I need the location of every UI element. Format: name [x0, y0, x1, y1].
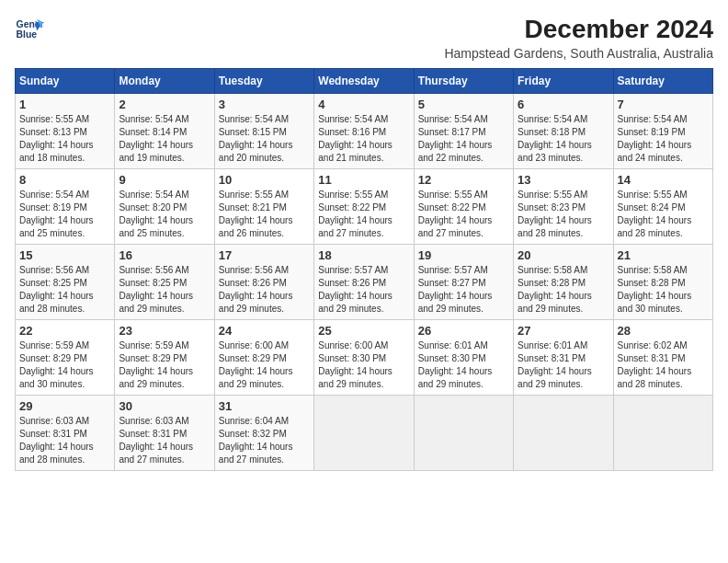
calendar-cell: 11Sunrise: 5:55 AM Sunset: 8:22 PM Dayli… [314, 169, 414, 245]
day-info: Sunrise: 5:54 AM Sunset: 8:14 PM Dayligh… [119, 113, 210, 165]
calendar-cell: 8Sunrise: 5:54 AM Sunset: 8:19 PM Daylig… [16, 169, 115, 245]
day-info: Sunrise: 6:04 AM Sunset: 8:32 PM Dayligh… [219, 415, 310, 466]
day-info: Sunrise: 5:54 AM Sunset: 8:16 PM Dayligh… [318, 113, 409, 165]
column-header-thursday: Thursday [414, 69, 513, 94]
day-info: Sunrise: 5:55 AM Sunset: 8:23 PM Dayligh… [518, 189, 609, 240]
day-number: 31 [219, 399, 310, 413]
calendar-cell: 21Sunrise: 5:58 AM Sunset: 8:28 PM Dayli… [613, 245, 712, 320]
day-number: 18 [318, 248, 409, 262]
day-number: 19 [418, 248, 509, 262]
day-number: 15 [19, 248, 110, 262]
day-info: Sunrise: 5:55 AM Sunset: 8:13 PM Dayligh… [19, 113, 110, 165]
day-info: Sunrise: 6:03 AM Sunset: 8:31 PM Dayligh… [119, 415, 210, 466]
day-info: Sunrise: 5:56 AM Sunset: 8:25 PM Dayligh… [19, 264, 110, 316]
calendar-cell: 25Sunrise: 6:00 AM Sunset: 8:30 PM Dayli… [314, 320, 414, 396]
calendar-cell: 13Sunrise: 5:55 AM Sunset: 8:23 PM Dayli… [514, 169, 613, 245]
day-info: Sunrise: 5:57 AM Sunset: 8:27 PM Dayligh… [418, 264, 509, 316]
calendar-cell: 26Sunrise: 6:01 AM Sunset: 8:30 PM Dayli… [414, 320, 513, 396]
title-block: December 2024 Hampstead Gardens, South A… [444, 15, 713, 61]
day-number: 16 [119, 248, 210, 262]
day-number: 10 [219, 173, 310, 187]
calendar-cell: 18Sunrise: 5:57 AM Sunset: 8:26 PM Dayli… [314, 245, 414, 320]
calendar-week-row: 29Sunrise: 6:03 AM Sunset: 8:31 PM Dayli… [16, 396, 713, 471]
calendar-cell: 19Sunrise: 5:57 AM Sunset: 8:27 PM Dayli… [414, 245, 513, 320]
day-info: Sunrise: 5:55 AM Sunset: 8:24 PM Dayligh… [618, 189, 709, 240]
calendar-table: SundayMondayTuesdayWednesdayThursdayFrid… [15, 68, 713, 471]
day-number: 17 [219, 248, 310, 262]
calendar-week-row: 15Sunrise: 5:56 AM Sunset: 8:25 PM Dayli… [16, 245, 713, 320]
column-header-monday: Monday [115, 69, 214, 94]
day-number: 8 [19, 173, 110, 187]
day-info: Sunrise: 5:54 AM Sunset: 8:17 PM Dayligh… [418, 113, 509, 165]
calendar-cell: 3Sunrise: 5:54 AM Sunset: 8:15 PM Daylig… [214, 94, 313, 169]
day-number: 1 [19, 98, 110, 111]
calendar-cell: 31Sunrise: 6:04 AM Sunset: 8:32 PM Dayli… [214, 396, 313, 471]
day-number: 30 [119, 399, 210, 413]
day-info: Sunrise: 5:55 AM Sunset: 8:22 PM Dayligh… [318, 189, 409, 240]
calendar-cell: 16Sunrise: 5:56 AM Sunset: 8:25 PM Dayli… [115, 245, 214, 320]
logo-icon: General Blue [15, 15, 44, 44]
main-title: December 2024 [444, 15, 713, 44]
day-info: Sunrise: 5:55 AM Sunset: 8:21 PM Dayligh… [219, 189, 310, 240]
day-info: Sunrise: 6:03 AM Sunset: 8:31 PM Dayligh… [19, 415, 110, 466]
day-info: Sunrise: 6:00 AM Sunset: 8:29 PM Dayligh… [219, 339, 310, 391]
day-number: 26 [418, 324, 509, 338]
calendar-cell: 23Sunrise: 5:59 AM Sunset: 8:29 PM Dayli… [115, 320, 214, 396]
day-info: Sunrise: 6:01 AM Sunset: 8:30 PM Dayligh… [418, 339, 509, 391]
day-number: 29 [19, 399, 110, 413]
day-info: Sunrise: 5:55 AM Sunset: 8:22 PM Dayligh… [418, 189, 509, 240]
column-header-tuesday: Tuesday [214, 69, 313, 94]
calendar-cell: 15Sunrise: 5:56 AM Sunset: 8:25 PM Dayli… [16, 245, 115, 320]
calendar-cell [414, 396, 513, 471]
day-number: 4 [318, 98, 409, 111]
day-number: 2 [119, 98, 210, 111]
calendar-cell: 24Sunrise: 6:00 AM Sunset: 8:29 PM Dayli… [214, 320, 313, 396]
day-info: Sunrise: 6:02 AM Sunset: 8:31 PM Dayligh… [618, 339, 709, 391]
calendar-cell: 22Sunrise: 5:59 AM Sunset: 8:29 PM Dayli… [16, 320, 115, 396]
calendar-cell: 2Sunrise: 5:54 AM Sunset: 8:14 PM Daylig… [115, 94, 214, 169]
day-info: Sunrise: 5:54 AM Sunset: 8:15 PM Dayligh… [219, 113, 310, 165]
calendar-cell: 20Sunrise: 5:58 AM Sunset: 8:28 PM Dayli… [514, 245, 613, 320]
day-number: 14 [618, 173, 709, 187]
day-number: 11 [318, 173, 409, 187]
day-info: Sunrise: 6:01 AM Sunset: 8:31 PM Dayligh… [518, 339, 609, 391]
day-number: 20 [518, 248, 609, 262]
day-info: Sunrise: 5:58 AM Sunset: 8:28 PM Dayligh… [518, 264, 609, 316]
calendar-cell: 6Sunrise: 5:54 AM Sunset: 8:18 PM Daylig… [514, 94, 613, 169]
day-info: Sunrise: 5:54 AM Sunset: 8:19 PM Dayligh… [618, 113, 709, 165]
subtitle: Hampstead Gardens, South Australia, Aust… [444, 46, 713, 61]
calendar-cell [314, 396, 414, 471]
day-info: Sunrise: 5:54 AM Sunset: 8:18 PM Dayligh… [518, 113, 609, 165]
day-number: 27 [518, 324, 609, 338]
calendar-cell: 30Sunrise: 6:03 AM Sunset: 8:31 PM Dayli… [115, 396, 214, 471]
calendar-body: 1Sunrise: 5:55 AM Sunset: 8:13 PM Daylig… [16, 94, 713, 471]
day-info: Sunrise: 5:57 AM Sunset: 8:26 PM Dayligh… [318, 264, 409, 316]
calendar-cell: 10Sunrise: 5:55 AM Sunset: 8:21 PM Dayli… [214, 169, 313, 245]
calendar-cell [613, 396, 712, 471]
logo: General Blue [15, 15, 44, 44]
calendar-cell: 7Sunrise: 5:54 AM Sunset: 8:19 PM Daylig… [613, 94, 712, 169]
day-number: 28 [618, 324, 709, 338]
day-info: Sunrise: 5:54 AM Sunset: 8:20 PM Dayligh… [119, 189, 210, 240]
calendar-cell: 1Sunrise: 5:55 AM Sunset: 8:13 PM Daylig… [16, 94, 115, 169]
day-number: 9 [119, 173, 210, 187]
svg-text:Blue: Blue [17, 29, 38, 40]
calendar-cell: 14Sunrise: 5:55 AM Sunset: 8:24 PM Dayli… [613, 169, 712, 245]
day-info: Sunrise: 6:00 AM Sunset: 8:30 PM Dayligh… [318, 339, 409, 391]
day-number: 5 [418, 98, 509, 111]
day-number: 24 [219, 324, 310, 338]
day-number: 23 [119, 324, 210, 338]
calendar-week-row: 1Sunrise: 5:55 AM Sunset: 8:13 PM Daylig… [16, 94, 713, 169]
day-info: Sunrise: 5:54 AM Sunset: 8:19 PM Dayligh… [19, 189, 110, 240]
column-header-friday: Friday [514, 69, 613, 94]
calendar-cell: 28Sunrise: 6:02 AM Sunset: 8:31 PM Dayli… [613, 320, 712, 396]
day-info: Sunrise: 5:59 AM Sunset: 8:29 PM Dayligh… [119, 339, 210, 391]
calendar-header-row: SundayMondayTuesdayWednesdayThursdayFrid… [16, 69, 713, 94]
day-number: 22 [19, 324, 110, 338]
day-number: 3 [219, 98, 310, 111]
day-info: Sunrise: 5:58 AM Sunset: 8:28 PM Dayligh… [618, 264, 709, 316]
day-number: 12 [418, 173, 509, 187]
calendar-week-row: 8Sunrise: 5:54 AM Sunset: 8:19 PM Daylig… [16, 169, 713, 245]
calendar-cell: 4Sunrise: 5:54 AM Sunset: 8:16 PM Daylig… [314, 94, 414, 169]
calendar-cell: 5Sunrise: 5:54 AM Sunset: 8:17 PM Daylig… [414, 94, 513, 169]
